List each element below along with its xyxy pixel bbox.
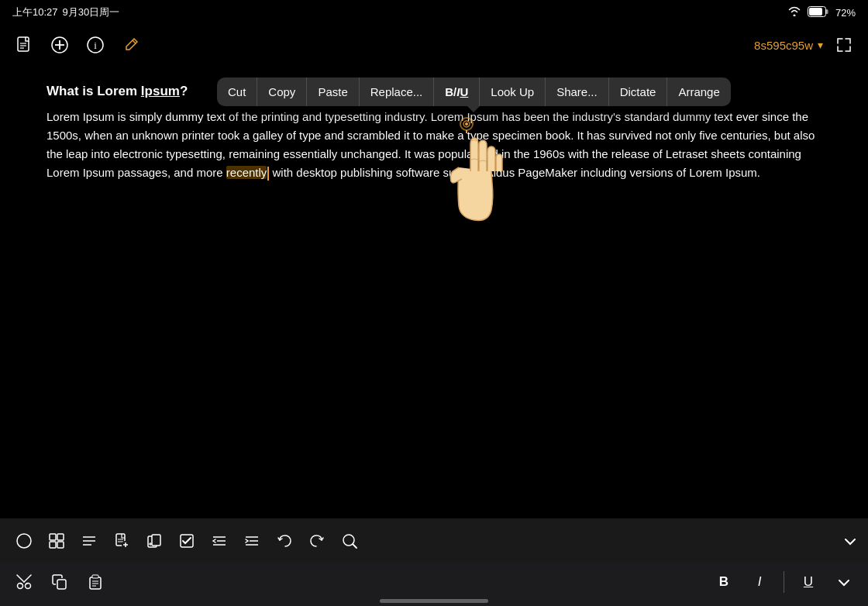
italic-button[interactable]: I	[748, 570, 771, 594]
menu-cut[interactable]: Cut	[217, 77, 257, 106]
wifi-icon	[787, 6, 801, 19]
copy-button[interactable]	[48, 570, 71, 594]
insert-doc-button[interactable]	[107, 526, 136, 556]
undo-button[interactable]	[270, 526, 299, 556]
circle-tool-button[interactable]	[9, 526, 39, 556]
menu-share[interactable]: Share...	[546, 77, 609, 106]
paste-button[interactable]	[84, 570, 107, 594]
battery-icon	[808, 6, 829, 19]
svg-rect-21	[57, 542, 64, 548]
dropdown-arrow[interactable]: ▾	[818, 39, 823, 51]
fullscreen-button[interactable]	[832, 33, 856, 57]
svg-rect-19	[57, 534, 64, 540]
underline-button[interactable]: U	[797, 570, 820, 594]
bottom-toolbar-left	[9, 526, 364, 556]
svg-rect-52	[92, 575, 98, 578]
pencil-button[interactable]	[119, 33, 143, 57]
status-date: 9月30日周一	[63, 5, 120, 19]
format-divider	[784, 571, 784, 593]
bottom-toolbar	[0, 518, 868, 563]
format-bar-left	[12, 570, 107, 594]
svg-rect-50	[57, 580, 66, 589]
new-document-button[interactable]	[12, 33, 36, 57]
outdent-button[interactable]	[205, 526, 234, 556]
context-menu: Cut Copy Paste Replace... B/IU Look Up S…	[217, 77, 731, 106]
svg-rect-2	[809, 8, 822, 15]
content-area: What is Lorem Ipsum? Lorem Ipsum is simp…	[0, 65, 868, 513]
svg-text:i: i	[94, 40, 97, 51]
format-bar-right: B I U	[712, 570, 856, 594]
svg-rect-20	[50, 542, 56, 548]
search-button[interactable]	[335, 526, 364, 556]
status-time: 上午10:27	[12, 5, 58, 19]
menu-bold-italic-underline[interactable]: B/IU	[434, 77, 480, 106]
menu-arrange[interactable]: Arrange	[667, 77, 730, 106]
status-left: 上午10:27 9月30日周一	[12, 5, 119, 19]
toolbar-right: 8s595c95w ▾	[754, 33, 856, 57]
svg-rect-18	[50, 534, 56, 540]
text-align-button[interactable]	[74, 526, 104, 556]
cut-button[interactable]	[12, 570, 36, 594]
battery-percentage: 72%	[835, 7, 856, 19]
svg-line-43	[353, 544, 356, 548]
copy-pages-button[interactable]	[140, 526, 169, 556]
text-cursor	[267, 167, 269, 181]
svg-line-12	[133, 40, 136, 43]
menu-copy[interactable]: Copy	[257, 77, 307, 106]
menu-replace[interactable]: Replace...	[360, 77, 435, 106]
menu-look-up[interactable]: Look Up	[480, 77, 546, 106]
home-indicator	[380, 599, 488, 603]
svg-rect-1	[825, 9, 828, 14]
document-body: Lorem Ipsum is simply dummy text of the …	[46, 108, 822, 182]
redo-button[interactable]	[302, 526, 332, 556]
checklist-button[interactable]	[172, 526, 202, 556]
grid-button[interactable]	[42, 526, 71, 556]
menu-dictate[interactable]: Dictate	[609, 77, 668, 106]
bold-button[interactable]: B	[712, 570, 735, 594]
document-title-area[interactable]: 8s595c95w ▾	[754, 39, 823, 52]
svg-rect-32	[152, 535, 160, 546]
format-expand-button[interactable]	[832, 570, 856, 594]
document-title: 8s595c95w	[754, 39, 813, 52]
svg-line-46	[24, 575, 31, 582]
status-right: 72%	[787, 6, 856, 19]
lorem-ipsum-underline: Ipsum	[141, 84, 180, 98]
info-button[interactable]: i	[84, 33, 107, 57]
toolbar-left: i	[12, 33, 143, 57]
menu-paste[interactable]: Paste	[307, 77, 359, 106]
svg-rect-3	[18, 37, 29, 51]
status-bar: 上午10:27 9月30日周一 72%	[0, 0, 868, 25]
bottom-toolbar-expand[interactable]	[842, 532, 859, 549]
highlighted-word: recently	[226, 166, 267, 179]
add-button[interactable]	[48, 33, 71, 57]
svg-line-47	[17, 575, 24, 582]
svg-point-17	[17, 534, 31, 548]
indent-button[interactable]	[237, 526, 267, 556]
top-toolbar: i 8s595c95w ▾	[0, 25, 868, 65]
